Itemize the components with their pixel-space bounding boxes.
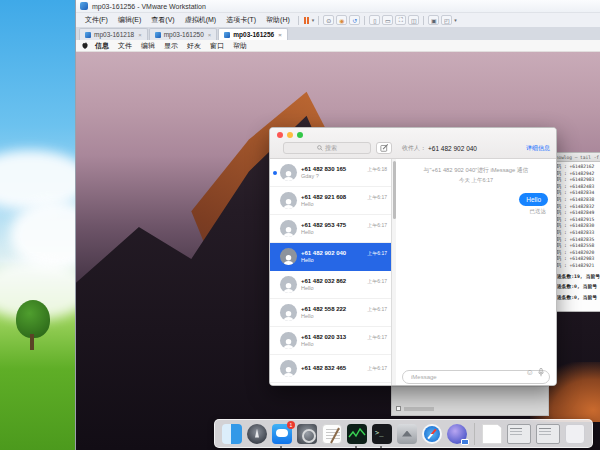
capture-dropdown-icon[interactable]: ▾ bbox=[454, 17, 457, 23]
launchpad-icon[interactable] bbox=[247, 424, 267, 444]
conversation-row[interactable]: +61 482 032 862 上午6:17 Hello bbox=[270, 271, 391, 299]
conversation-name: +61 482 832 465 bbox=[301, 365, 346, 371]
console-view-button[interactable]: ▣ bbox=[428, 15, 439, 25]
dialog-checkbox[interactable] bbox=[396, 406, 401, 411]
tab-close-icon[interactable]: × bbox=[138, 32, 142, 38]
vmware-titlebar[interactable]: mp03-161256 - VMware Workstation bbox=[76, 0, 600, 13]
notification-badge: 1 bbox=[287, 421, 295, 429]
conversation-row[interactable]: +61 482 830 165 上午6:18 Gday ? bbox=[270, 159, 391, 187]
installer-icon[interactable] bbox=[397, 424, 417, 444]
revert-snapshot-button[interactable]: ↺ bbox=[349, 15, 360, 25]
activity-monitor-icon[interactable] bbox=[347, 424, 367, 444]
macos-menu-view[interactable]: 显示 bbox=[164, 41, 178, 51]
messages-app-icon[interactable]: 1 bbox=[272, 424, 292, 444]
emoji-icon[interactable]: ☺ bbox=[526, 369, 534, 377]
script-document-icon[interactable] bbox=[482, 424, 502, 444]
vm-tab-1[interactable]: mp03-161218 × bbox=[79, 28, 148, 40]
trash-icon[interactable] bbox=[565, 424, 585, 444]
menu-edit[interactable]: 编辑(E) bbox=[113, 15, 146, 25]
terminal-line: 号码 : +61482833 bbox=[552, 230, 600, 237]
terminal-line: 号码 : +61482830 bbox=[552, 223, 600, 230]
conversation-preview: Hello bbox=[301, 257, 391, 263]
tab-close-icon[interactable]: × bbox=[278, 32, 282, 38]
vm-tab-3-active[interactable]: mp03-161256 × bbox=[218, 28, 287, 40]
terminal-app-icon[interactable]: >_ bbox=[372, 424, 392, 444]
macos-menu-buddies[interactable]: 好友 bbox=[187, 41, 201, 51]
menu-vm[interactable]: 虚拟机(M) bbox=[180, 15, 222, 25]
conversation-row-selected[interactable]: +61 482 902 040 上午6:17 Hello bbox=[270, 243, 391, 271]
snapshot-button[interactable]: ◉ bbox=[336, 15, 347, 25]
menu-file[interactable]: 文件(F) bbox=[80, 15, 113, 25]
textedit-icon[interactable] bbox=[322, 424, 342, 444]
conversation-name: +61 482 830 165 bbox=[301, 166, 346, 172]
avatar bbox=[280, 192, 297, 209]
microphone-icon[interactable] bbox=[538, 368, 544, 377]
toolbar-separator bbox=[318, 16, 319, 25]
message-input-bar: ☺ bbox=[402, 365, 550, 379]
search-placeholder: 搜索 bbox=[325, 144, 337, 153]
conversation-preview: Hello bbox=[301, 341, 391, 347]
terminal-line: 号码 : +61482849 bbox=[552, 210, 600, 217]
tab-close-icon[interactable]: × bbox=[208, 32, 212, 38]
compose-button[interactable] bbox=[376, 142, 392, 154]
capture-button[interactable]: ◰ bbox=[441, 15, 452, 25]
conversation-list[interactable]: +61 482 830 165 上午6:18 Gday ? +61 bbox=[270, 159, 392, 385]
avatar bbox=[280, 332, 297, 349]
macos-menu-window[interactable]: 窗口 bbox=[210, 41, 224, 51]
safari-icon[interactable] bbox=[422, 424, 442, 444]
terminal-line: 号码 : +61482838 bbox=[552, 197, 600, 204]
vmware-window: mp03-161256 - VMware Workstation 文件(F) 编… bbox=[75, 0, 600, 450]
macos-menu-file[interactable]: 文件 bbox=[118, 41, 132, 51]
fullscreen-button[interactable]: ⛶ bbox=[395, 15, 406, 25]
vm-tab-2[interactable]: mp03-161250 × bbox=[149, 28, 218, 40]
conversation-row[interactable]: +61 482 020 313 上午6:17 Hello bbox=[270, 327, 391, 355]
network-globe-icon[interactable] bbox=[447, 424, 467, 444]
vm-screen: 信息 文件 编辑 显示 好友 窗口 帮助 showlog — tail -f 号… bbox=[76, 40, 600, 450]
conversation-preview: Hello bbox=[301, 201, 391, 207]
menu-tabs[interactable]: 选项卡(T) bbox=[221, 15, 261, 25]
macos-menu-edit[interactable]: 编辑 bbox=[141, 41, 155, 51]
avatar bbox=[280, 276, 297, 293]
macos-menu-help[interactable]: 帮助 bbox=[233, 41, 247, 51]
macos-menu-messages-app[interactable]: 信息 bbox=[95, 41, 109, 51]
search-input[interactable]: 搜索 bbox=[283, 142, 371, 154]
compose-icon bbox=[380, 144, 389, 152]
zoom-button[interactable] bbox=[297, 132, 303, 138]
show-library-button[interactable]: ▯ bbox=[369, 15, 380, 25]
menu-view[interactable]: 查看(V) bbox=[146, 15, 179, 25]
minimized-window-icon[interactable] bbox=[507, 424, 531, 444]
apple-menu-icon[interactable] bbox=[82, 42, 88, 49]
terminal-line: 号码 : +61482558 bbox=[552, 243, 600, 250]
conversation-row[interactable]: +61 482 921 608 上午6:17 Hello bbox=[270, 187, 391, 215]
conversation-row[interactable]: +61 482 558 222 上午6:17 Hello bbox=[270, 299, 391, 327]
vm-tab-icon bbox=[224, 32, 230, 38]
conversation-row[interactable]: +61 482 832 465 上午6:17 bbox=[270, 355, 391, 383]
pause-vm-button[interactable] bbox=[302, 17, 311, 24]
conversation-name: +61 482 558 222 bbox=[301, 306, 346, 312]
system-preferences-icon[interactable] bbox=[297, 424, 317, 444]
background-dialog bbox=[391, 386, 549, 416]
terminal-line: 号码 : +61482983 bbox=[552, 177, 600, 184]
conversation-preview: Gday ? bbox=[301, 173, 391, 179]
pause-dropdown-icon[interactable]: ▾ bbox=[312, 17, 315, 23]
close-button[interactable] bbox=[277, 132, 283, 138]
vmware-tabbar: mp03-161218 × mp03-161250 × mp03-161256 … bbox=[76, 27, 600, 40]
vm-tab-icon bbox=[85, 32, 91, 38]
recipient-field[interactable]: +61 482 902 040 bbox=[428, 145, 477, 152]
avatar bbox=[280, 164, 297, 181]
show-thumbnails-button[interactable]: ▭ bbox=[382, 15, 393, 25]
minimize-button[interactable] bbox=[287, 132, 293, 138]
terminal-titlebar[interactable]: showlog — tail -f bbox=[550, 153, 600, 162]
conversation-preview: Hello bbox=[301, 285, 391, 291]
chat-pane: 与"+61 482 902 040"进行 iMessage 通信 今天 上午6:… bbox=[396, 159, 556, 385]
finder-icon[interactable] bbox=[222, 424, 242, 444]
delivered-status: 已送达 bbox=[396, 208, 556, 215]
menu-help[interactable]: 帮助(H) bbox=[261, 15, 295, 25]
conversation-time: 上午6:17 bbox=[367, 250, 391, 256]
minimized-window-icon[interactable] bbox=[536, 424, 560, 444]
unity-mode-button[interactable]: ◫ bbox=[408, 15, 419, 25]
conversation-row[interactable]: +61 482 953 475 上午6:17 Hello bbox=[270, 215, 391, 243]
details-button[interactable]: 详细信息 bbox=[526, 144, 550, 153]
ctrl-alt-del-button[interactable]: ⊙ bbox=[323, 15, 334, 25]
conversation-time: 上午6:18 bbox=[367, 166, 391, 172]
